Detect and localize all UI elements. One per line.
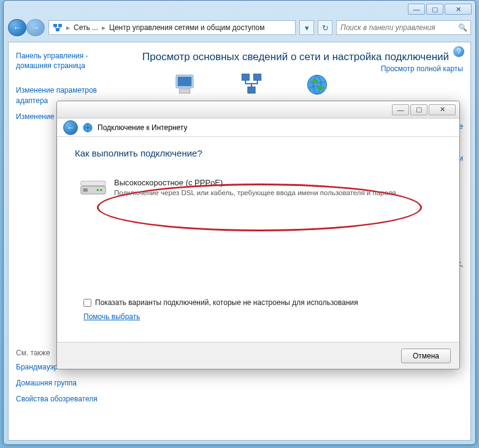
view-map-link[interactable]: Просмотр полной карты xyxy=(381,64,463,73)
svg-point-9 xyxy=(308,75,328,95)
modem-icon xyxy=(80,179,107,198)
dialog-back-button[interactable]: ← xyxy=(63,120,78,135)
help-icon[interactable]: ? xyxy=(453,46,464,57)
svg-rect-1 xyxy=(58,24,62,27)
svg-rect-14 xyxy=(83,188,88,192)
refresh-button[interactable]: ↻ xyxy=(318,20,332,35)
svg-rect-5 xyxy=(179,89,190,93)
sidebar-browser-link[interactable]: Свойства обозревателя xyxy=(16,394,124,404)
svg-point-10 xyxy=(312,79,318,83)
nav-back-button[interactable]: ← xyxy=(8,19,26,36)
svg-rect-0 xyxy=(53,24,57,27)
dialog-header: ← Подключение к Интернету xyxy=(57,118,459,137)
svg-point-11 xyxy=(317,86,324,90)
computer-icon xyxy=(172,72,197,98)
dialog-close-button[interactable]: ✕ xyxy=(429,104,456,115)
svg-rect-2 xyxy=(56,28,59,31)
breadcrumb[interactable]: ▸ Сеть ... ▸ Центр управления сетями и о… xyxy=(48,20,296,35)
search-box[interactable]: 🔍 xyxy=(336,20,471,35)
search-input[interactable] xyxy=(340,23,458,32)
svg-point-15 xyxy=(100,189,102,191)
dialog-minimize-button[interactable]: — xyxy=(392,104,409,115)
dialog-heading: Как выполнить подключение? xyxy=(75,148,442,158)
dialog-title: Подключение к Интернету xyxy=(98,123,188,132)
sidebar-homegroup-link[interactable]: Домашняя группа xyxy=(16,378,124,388)
breadcrumb-page[interactable]: Центр управления сетями и общим доступом xyxy=(109,23,265,32)
breadcrumb-root[interactable]: Сеть ... xyxy=(74,23,98,32)
pppoe-option[interactable]: Высокоскоростное (с PPPoE) Подключение ч… xyxy=(75,174,442,201)
breadcrumb-sep: ▸ xyxy=(66,23,70,32)
option-text: Высокоскоростное (с PPPoE) Подключение ч… xyxy=(114,178,398,198)
globe-icon xyxy=(304,72,330,98)
svg-rect-8 xyxy=(248,87,255,94)
option-title: Высокоскоростное (с PPPoE) xyxy=(114,178,398,187)
nav-forward-button[interactable]: → xyxy=(26,19,45,36)
sidebar-home-link[interactable]: Панель управления - домашняя страница xyxy=(16,51,124,71)
option-description: Подключение через DSL или кабель, требую… xyxy=(114,188,398,198)
dialog-footer: Отмена xyxy=(57,342,459,369)
dialog-maximize-button[interactable]: ▢ xyxy=(410,104,427,115)
cancel-button[interactable]: Отмена xyxy=(401,349,451,363)
close-button[interactable]: ✕ xyxy=(445,4,472,15)
dialog-body: Как выполнить подключение? Высокоскорост… xyxy=(58,137,459,342)
nav-arrows: ← → xyxy=(8,19,45,36)
network-hub-icon xyxy=(239,72,264,98)
globe-small-icon xyxy=(83,123,93,133)
network-icon xyxy=(53,23,63,33)
search-icon: 🔍 xyxy=(458,23,467,32)
checkbox-label: Показать варианты подключений, которые н… xyxy=(95,298,358,307)
svg-rect-7 xyxy=(254,74,261,81)
show-all-checkbox-row[interactable]: Показать варианты подключений, которые н… xyxy=(83,298,433,307)
svg-rect-6 xyxy=(242,74,249,81)
minimize-button[interactable]: — xyxy=(408,4,425,15)
maximize-button[interactable]: ▢ xyxy=(426,4,443,15)
toolbar: ← → ▸ Сеть ... ▸ Центр управления сетями… xyxy=(8,18,471,37)
page-title: Просмотр основных сведений о сети и наст… xyxy=(142,51,459,63)
dropdown-button[interactable]: ▾ xyxy=(299,20,314,35)
svg-point-16 xyxy=(97,189,99,191)
dialog-titlebar: — ▢ ✕ xyxy=(57,101,459,118)
window-titlebar: — ▢ ✕ xyxy=(4,1,475,18)
help-choose-link[interactable]: Помочь выбрать xyxy=(83,312,140,321)
window-controls: — ▢ ✕ xyxy=(408,4,472,15)
svg-rect-17 xyxy=(81,181,105,185)
show-all-checkbox[interactable] xyxy=(83,299,91,307)
breadcrumb-sep: ▸ xyxy=(102,23,105,32)
connect-to-internet-dialog: — ▢ ✕ ← Подключение к Интернету Как выпо… xyxy=(56,101,460,369)
dialog-bottom: Показать варианты подключений, которые н… xyxy=(75,293,442,322)
svg-rect-4 xyxy=(177,77,191,87)
